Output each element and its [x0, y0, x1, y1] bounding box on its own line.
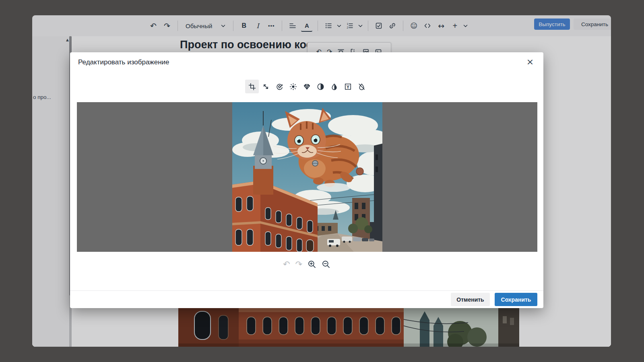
- page-title: Проект по освоению кос: [180, 39, 312, 51]
- divider: [318, 21, 318, 31]
- grayscale-tool-button[interactable]: Y: [341, 80, 355, 93]
- divider: [368, 21, 368, 31]
- edit-canvas[interactable]: [77, 102, 537, 252]
- align-text-button[interactable]: [287, 20, 298, 31]
- divider: [403, 21, 403, 31]
- sidebar-item[interactable]: о про...: [32, 93, 71, 101]
- edit-image-modal: Редактировать изображение ×: [70, 52, 543, 308]
- contrast-tool-button[interactable]: [314, 80, 327, 93]
- insert-block-button[interactable]: +: [450, 20, 460, 31]
- save-document-button[interactable]: Сохранить: [574, 19, 611, 30]
- resize-tool-button[interactable]: [259, 80, 272, 93]
- divider: [282, 21, 282, 31]
- chevron-down-icon[interactable]: [463, 25, 468, 27]
- editor-toolbar: ↶ ↷ Обычный B I ••• A 1 2: [148, 15, 468, 36]
- chevron-down-icon[interactable]: [358, 25, 363, 27]
- italic-button[interactable]: I: [252, 20, 263, 31]
- image-preview-cat-painting: [232, 102, 382, 252]
- svg-text:Y: Y: [346, 84, 349, 89]
- close-icon[interactable]: ×: [525, 56, 535, 67]
- rotate-tool-button[interactable]: [272, 80, 286, 93]
- code-button[interactable]: [422, 20, 433, 31]
- clarity-tool-button[interactable]: [300, 80, 314, 93]
- sidebar: о про... Astore: [32, 36, 69, 347]
- crop-tool-button[interactable]: [245, 80, 259, 93]
- save-button[interactable]: Сохранить: [495, 293, 537, 306]
- chevron-down-icon: [221, 25, 225, 27]
- divider: [233, 21, 233, 31]
- more-formatting-button[interactable]: •••: [266, 20, 277, 31]
- full-width-button[interactable]: ↔: [436, 20, 446, 31]
- emoji-button[interactable]: ☺: [409, 20, 419, 31]
- canvas-controls: ↶ ↷: [283, 260, 330, 269]
- redo-icon[interactable]: ↷: [295, 260, 303, 269]
- paragraph-style-select[interactable]: Обычный: [183, 23, 228, 29]
- text-color-button[interactable]: A: [301, 20, 312, 32]
- publish-button[interactable]: Выпустить: [534, 19, 570, 30]
- discolor-tool-button[interactable]: [355, 80, 368, 93]
- zoom-out-icon[interactable]: [322, 260, 330, 269]
- cancel-button[interactable]: Отменить: [451, 293, 490, 306]
- bullet-list-button[interactable]: [323, 20, 334, 31]
- image-tools-toolbar: Y: [245, 80, 368, 93]
- saturation-tool-button[interactable]: [327, 80, 341, 93]
- street-painting-crop: [178, 308, 519, 347]
- collapse-sidebar-button[interactable]: ▲: [66, 38, 69, 42]
- chevron-down-icon[interactable]: [337, 25, 341, 27]
- modal-title: Редактировать изображение: [78, 58, 169, 66]
- paragraph-style-value: Обычный: [186, 23, 212, 29]
- undo-icon[interactable]: ↶: [283, 260, 290, 269]
- zoom-in-icon[interactable]: [308, 260, 316, 269]
- bold-button[interactable]: B: [239, 20, 249, 31]
- brightness-tool-button[interactable]: [286, 80, 300, 93]
- svg-text:2: 2: [347, 26, 349, 29]
- document-image[interactable]: [178, 308, 519, 347]
- modal-footer: Отменить Сохранить: [70, 290, 543, 308]
- undo-icon[interactable]: ↶: [148, 20, 159, 31]
- svg-text:1: 1: [347, 23, 349, 25]
- divider: [178, 21, 178, 31]
- link-button[interactable]: [387, 20, 398, 31]
- numbered-list-button[interactable]: 1 2: [345, 20, 355, 31]
- redo-icon[interactable]: ↷: [162, 20, 172, 31]
- checkbox-list-button[interactable]: [374, 20, 384, 31]
